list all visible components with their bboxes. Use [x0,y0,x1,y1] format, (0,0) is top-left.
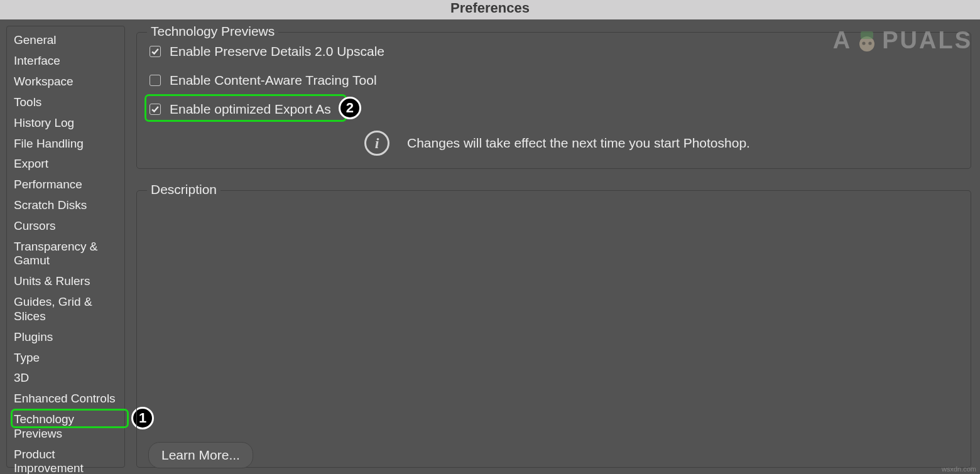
window-titlebar: Preferences [0,0,980,19]
checkbox-label: Enable Preserve Details 2.0 Upscale [170,44,384,59]
sidebar-item-units-rulers[interactable]: Units & Rulers [7,271,124,292]
svg-point-2 [863,41,866,45]
svg-point-3 [869,41,872,45]
sidebar-item-transparency-gamut[interactable]: Transparency & Gamut [7,237,124,271]
sidebar-item-plugins[interactable]: Plugins [7,327,124,348]
sidebar-item-scratch-disks[interactable]: Scratch Disks [7,195,124,216]
sidebar-item-type[interactable]: Type [7,348,124,369]
sidebar-item-guides-grid-slices[interactable]: Guides, Grid & Slices [7,292,124,326]
sidebar-item-interface[interactable]: Interface [7,51,124,72]
learn-more-button[interactable]: Learn More... [148,442,253,468]
preferences-sidebar: General Interface Workspace Tools Histor… [6,26,125,468]
sidebar-item-tools[interactable]: Tools [7,92,124,113]
mascot-icon [852,25,882,55]
sidebar-item-workspace[interactable]: Workspace [7,72,124,92]
checkmark-icon [151,105,160,114]
sidebar-item-performance[interactable]: Performance [7,175,124,195]
checkbox-content-aware-tracing[interactable] [150,75,161,86]
sidebar-item-history-log[interactable]: History Log [7,113,124,134]
checkbox-preserve-details[interactable] [150,46,161,57]
checkmark-icon [151,47,160,56]
technology-previews-legend: Technology Previews [147,24,278,39]
info-row: i Changes will take effect the next time… [364,131,959,156]
description-legend: Description [147,182,220,197]
sidebar-item-3d[interactable]: 3D [7,368,124,389]
info-text: Changes will take effect the next time y… [407,136,750,151]
sidebar-item-general[interactable]: General [7,30,124,51]
sidebar-item-product-improvement[interactable]: Product Improvement [7,444,124,474]
checkbox-optimized-export[interactable] [150,104,161,115]
window-title: Preferences [450,0,530,16]
sidebar-item-file-handling[interactable]: File Handling [7,134,124,154]
checkbox-row-content-aware-tracing[interactable]: Enable Content-Aware Tracing Tool [150,73,959,88]
description-group: Description Learn More... [136,190,971,468]
sidebar-item-technology-previews[interactable]: Technology Previews 1 [7,409,124,444]
sidebar-item-export[interactable]: Export [7,154,124,175]
svg-rect-1 [861,31,873,39]
attribution-text: wsxdn.com [942,465,976,473]
checkbox-row-optimized-export[interactable]: Enable optimized Export As 2 [150,102,959,117]
sidebar-item-enhanced-controls[interactable]: Enhanced Controls [7,389,124,409]
info-icon: i [364,131,389,156]
annotation-badge-2: 2 [339,97,361,119]
watermark-logo: A PUALS [833,25,972,55]
checkbox-label: Enable optimized Export As [170,102,331,117]
sidebar-item-cursors[interactable]: Cursors [7,216,124,237]
checkbox-label: Enable Content-Aware Tracing Tool [170,73,377,88]
preferences-main: Technology Previews Enable Preserve Deta… [136,26,974,468]
